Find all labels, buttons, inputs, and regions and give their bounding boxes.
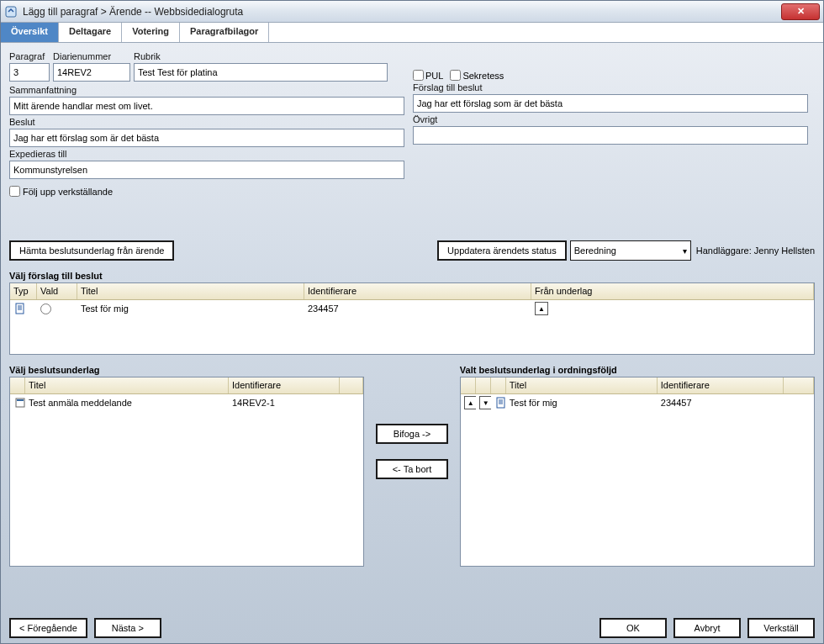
- underlag-left-list: Titel Identifierare Test anmäla meddelan…: [9, 377, 364, 567]
- svg-rect-0: [6, 7, 16, 17]
- btn-uppdatera-status[interactable]: Uppdatera ärendets status: [437, 240, 567, 261]
- handlaggare-value: Jenny Hellsten: [754, 245, 815, 256]
- label-forslag: Förslag till beslut: [413, 82, 808, 92]
- tab-votering[interactable]: Votering: [122, 23, 180, 42]
- status-value: Beredning: [574, 245, 616, 256]
- svg-rect-3: [17, 399, 24, 401]
- col-right-empty: [784, 377, 814, 393]
- proposal-title: Välj förslag till beslut: [9, 271, 815, 281]
- col-vald[interactable]: Vald: [37, 283, 77, 299]
- input-beslut[interactable]: [9, 129, 404, 147]
- proposal-body: Test för mig 234457 ▲: [10, 300, 814, 354]
- transfer-buttons: Bifoga -> <- Ta bort: [374, 360, 450, 613]
- tab-paragrafbilagor[interactable]: Paragrafbilagor: [180, 23, 269, 42]
- close-button[interactable]: ✕: [781, 3, 820, 20]
- btn-apply[interactable]: Verkställ: [747, 618, 815, 638]
- label-pul: PUL: [425, 71, 443, 81]
- col-fran[interactable]: Från underlag: [531, 283, 814, 299]
- underlag-right-body: ▲ ▼ Test för mig 234457: [461, 394, 814, 566]
- document-icon: [13, 302, 27, 315]
- btn-ok[interactable]: OK: [600, 618, 667, 638]
- col-titel[interactable]: Titel: [77, 283, 304, 299]
- move-up-icon[interactable]: ▲: [535, 302, 548, 315]
- radio-select-proposal[interactable]: [40, 304, 51, 314]
- input-forslag[interactable]: [413, 94, 808, 113]
- dropdown-status[interactable]: Beredning ▾: [570, 240, 691, 261]
- underlag-left-title: Välj beslutsunderlag: [9, 365, 364, 375]
- col-typ[interactable]: Typ: [10, 283, 37, 299]
- list-item[interactable]: ▲ ▼ Test för mig 234457: [461, 394, 814, 411]
- form-right: PUL Sekretess Förslag till beslut Övrigt: [413, 51, 808, 197]
- tab-oversikt[interactable]: Översikt: [1, 23, 59, 42]
- underlag-area: Välj beslutsunderlag Titel Identifierare: [9, 360, 815, 613]
- cell-left-identifierare: 14REV2-1: [229, 396, 340, 409]
- footer: < Föregående Nästa > OK Avbryt Verkställ: [9, 618, 815, 638]
- col-left-empty: [340, 377, 363, 393]
- chevron-down-icon: ▾: [683, 246, 687, 256]
- btn-cancel[interactable]: Avbryt: [673, 618, 741, 638]
- col-r-move2: [476, 377, 491, 393]
- tab-deltagare[interactable]: Deltagare: [59, 23, 122, 42]
- col-right-identifierare[interactable]: Identifierare: [658, 377, 784, 393]
- label-ovrigt: Övrigt: [413, 114, 808, 124]
- underlag-right-list: Titel Identifierare ▲ ▼: [460, 377, 815, 567]
- checkbox-pul[interactable]: [413, 70, 424, 81]
- label-sammanfattning: Sammanfattning: [9, 85, 404, 95]
- checkbox-sekretess[interactable]: [450, 70, 461, 81]
- input-rubrik[interactable]: [134, 63, 388, 82]
- input-expediering[interactable]: [9, 161, 404, 179]
- col-identifierare[interactable]: Identifierare: [304, 283, 531, 299]
- input-sammanfattning[interactable]: [9, 97, 404, 115]
- svg-rect-1: [16, 304, 24, 314]
- col-r-move1: [461, 377, 476, 393]
- window-title: Lägg till paragraf > Ärende -- Webbsided…: [23, 6, 243, 18]
- list-item[interactable]: Test anmäla meddelande 14REV2-1: [10, 394, 363, 411]
- col-left-identifierare[interactable]: Identifierare: [229, 377, 340, 393]
- document-icon: [494, 396, 506, 409]
- col-right-titel[interactable]: Titel: [506, 377, 658, 393]
- underlag-left-body: Test anmäla meddelande 14REV2-1: [10, 394, 363, 566]
- checkbox-folj-upp[interactable]: [9, 186, 20, 197]
- label-paragraf: Paragraf: [9, 51, 50, 61]
- move-down-icon[interactable]: ▼: [479, 396, 491, 409]
- cell-right-titel: Test för mig: [506, 396, 658, 409]
- action-row: Hämta beslutsunderlag från ärende Uppdat…: [9, 240, 815, 261]
- titlebar: Lägg till paragraf > Ärende -- Webbsided…: [1, 1, 823, 23]
- label-rubrik: Rubrik: [134, 51, 404, 61]
- move-up-icon[interactable]: ▲: [464, 396, 476, 409]
- underlag-left-col: Välj beslutsunderlag Titel Identifierare: [9, 360, 364, 613]
- close-icon: ✕: [797, 6, 805, 17]
- label-folj-upp: Följ upp verkställande: [23, 187, 113, 197]
- underlag-right-col: Valt beslutsunderlag i ordningsföljd Tit…: [460, 360, 815, 613]
- btn-previous[interactable]: < Föregående: [9, 618, 87, 638]
- cell-titel: Test för mig: [77, 302, 304, 315]
- content-area: Paragraf Diarienummer Rubrik Sammanfattn…: [1, 43, 823, 643]
- underlag-right-header: Titel Identifierare: [461, 377, 814, 394]
- form-left: Paragraf Diarienummer Rubrik Sammanfattn…: [9, 51, 404, 197]
- input-ovrigt[interactable]: [413, 126, 808, 145]
- app-icon: [4, 5, 18, 18]
- underlag-right-title: Valt beslutsunderlag i ordningsföljd: [460, 365, 815, 375]
- col-r-icon: [491, 377, 506, 393]
- proposal-list: Typ Vald Titel Identifierare Från underl…: [9, 282, 815, 355]
- btn-tabort[interactable]: <- Ta bort: [376, 459, 448, 479]
- underlag-left-header: Titel Identifierare: [10, 377, 363, 394]
- checkbox-sekretess-wrap[interactable]: Sekretess: [450, 70, 504, 81]
- input-paragraf[interactable]: [9, 63, 50, 82]
- file-icon: [13, 396, 25, 409]
- checkbox-pul-wrap[interactable]: PUL: [413, 70, 443, 81]
- col-left-titel[interactable]: Titel: [25, 377, 229, 393]
- table-row[interactable]: Test för mig 234457 ▲: [10, 300, 814, 317]
- btn-next[interactable]: Nästa >: [94, 618, 161, 638]
- input-diarienummer[interactable]: [53, 63, 130, 82]
- form-grid: Paragraf Diarienummer Rubrik Sammanfattn…: [9, 51, 815, 197]
- proposal-header: Typ Vald Titel Identifierare Från underl…: [10, 283, 814, 300]
- label-diarienummer: Diarienummer: [53, 51, 130, 61]
- btn-hemta[interactable]: Hämta beslutsunderlag från ärende: [9, 240, 174, 261]
- btn-bifoga[interactable]: Bifoga ->: [376, 424, 448, 444]
- handlaggare-text: Handläggare: Jenny Hellsten: [696, 245, 815, 256]
- col-icon: [10, 377, 25, 393]
- cell-right-identifierare: 234457: [658, 396, 784, 409]
- label-beslut: Beslut: [9, 117, 404, 127]
- svg-rect-4: [497, 398, 504, 408]
